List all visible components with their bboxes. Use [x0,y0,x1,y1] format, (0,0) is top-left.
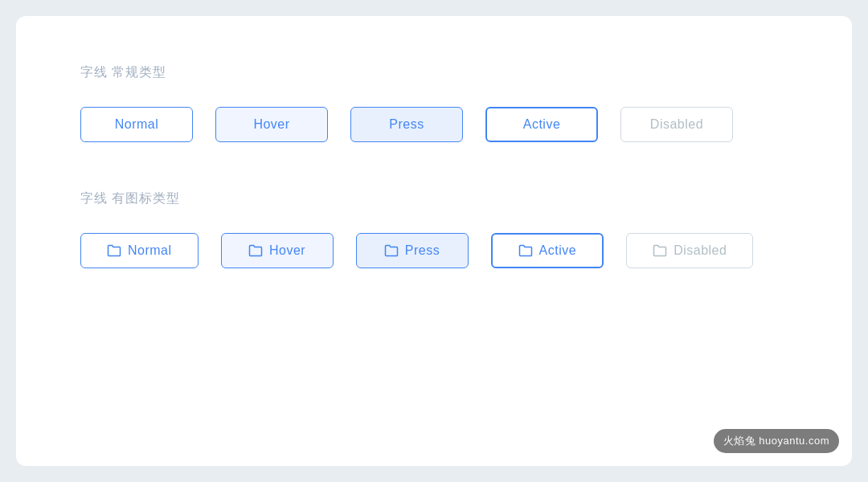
folder-icon-normal [107,244,121,257]
section-icon-title: 字线 有图标类型 [80,190,788,207]
folder-icon-hover [248,244,263,257]
folder-icon-active [518,244,533,257]
btn-active-icon[interactable]: Active [491,233,604,268]
btn-normal-regular-label: Normal [115,117,159,132]
folder-icon-press [384,244,399,257]
watermark: 火焰兔 huoyantu.com [714,429,839,453]
button-row-icon: Normal Hover Press [80,233,788,268]
btn-active-regular-label: Active [523,117,561,132]
btn-hover-regular[interactable]: Hover [215,107,328,142]
btn-press-regular[interactable]: Press [350,107,463,142]
btn-normal-icon-label: Normal [128,243,172,258]
btn-press-icon-label: Press [405,243,440,258]
section-regular-title: 字线 常规类型 [80,64,788,81]
folder-icon-disabled [653,244,667,257]
btn-press-regular-label: Press [389,117,424,132]
btn-active-regular[interactable]: Active [485,107,598,142]
main-card: 字线 常规类型 Normal Hover Press Active Disabl… [16,16,852,466]
section-regular: 字线 常规类型 Normal Hover Press Active Disabl… [80,64,788,142]
btn-disabled-icon: Disabled [626,233,753,268]
btn-hover-regular-label: Hover [253,117,289,132]
section-icon: 字线 有图标类型 Normal Hover [80,190,788,268]
btn-press-icon[interactable]: Press [356,233,469,268]
btn-hover-icon[interactable]: Hover [221,233,334,268]
btn-normal-icon[interactable]: Normal [80,233,199,268]
btn-active-icon-label: Active [539,243,577,258]
btn-hover-icon-label: Hover [269,243,305,258]
btn-disabled-regular: Disabled [620,107,733,142]
btn-disabled-icon-label: Disabled [674,243,727,258]
button-row-regular: Normal Hover Press Active Disabled [80,107,788,142]
btn-disabled-regular-label: Disabled [650,117,703,132]
btn-normal-regular[interactable]: Normal [80,107,193,142]
